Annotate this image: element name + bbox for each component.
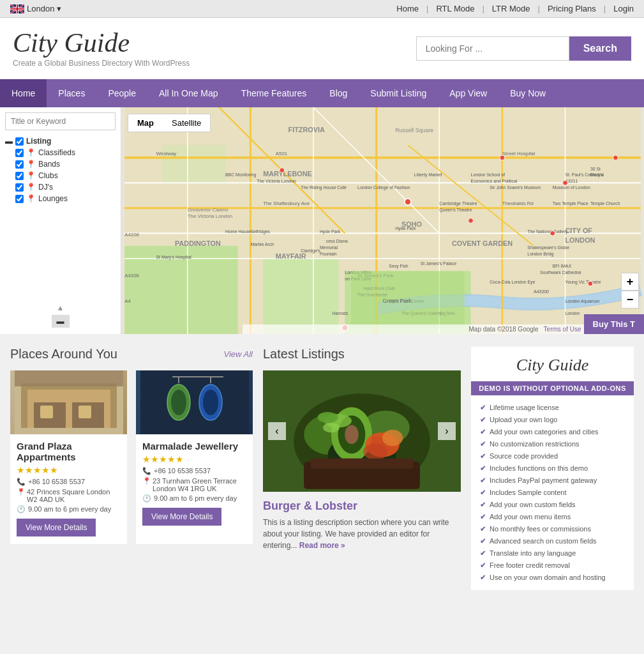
svg-point-105 — [468, 218, 474, 224]
bands-checkbox[interactable] — [15, 160, 24, 169]
nav-places[interactable]: Places — [47, 79, 96, 107]
place-hours-marmalade: 🕐 9.00 am to 6 pm every day — [142, 494, 246, 503]
buy-ribbon-button[interactable]: Buy This T — [584, 314, 644, 334]
city-guide-box: City Guide DEMO IS WITHOUT OPTIONAL ADD-… — [471, 347, 634, 590]
svg-point-123 — [171, 390, 186, 415]
terms-text[interactable]: Terms of Use — [544, 326, 581, 333]
collapse-panel[interactable]: ▬ — [52, 315, 70, 328]
search-button[interactable]: Search — [569, 36, 631, 61]
svg-text:Sexy Fish: Sexy Fish — [389, 264, 408, 269]
zoom-in-button[interactable]: + — [621, 273, 639, 291]
svg-text:London Aquarium: London Aquarium — [565, 299, 599, 304]
svg-text:Street Hospital: Street Hospital — [502, 151, 535, 156]
nav-app-view[interactable]: App View — [438, 79, 498, 107]
city-guide-box-title: City Guide — [471, 347, 634, 381]
svg-point-106 — [550, 231, 555, 236]
top-nav: Home | RTL Mode | LTR Mode | Pricing Pla… — [396, 4, 634, 13]
djs-checkbox[interactable] — [15, 183, 24, 192]
top-nav-home[interactable]: Home — [396, 4, 419, 13]
map-view-button[interactable]: Map — [128, 114, 163, 132]
zoom-out-button[interactable]: − — [621, 291, 639, 308]
feature-11: ✔No monthly fees or commissions — [480, 523, 625, 535]
svg-text:Selfridges: Selfridges — [250, 229, 270, 234]
nav-theme-features[interactable]: Theme Features — [230, 79, 318, 107]
svg-point-142 — [323, 423, 340, 432]
svg-text:The Victoria London: The Victoria London — [257, 179, 296, 183]
svg-text:Temple Church: Temple Church — [590, 201, 620, 206]
listing-image-wrap: ‹ › — [263, 370, 461, 492]
top-nav-ltr[interactable]: LTR Mode — [492, 4, 530, 13]
nav-people[interactable]: People — [96, 79, 147, 107]
places-section: Places Around You View All — [10, 347, 253, 590]
svg-text:Museum of London: Museum of London — [553, 185, 590, 190]
svg-rect-118 — [15, 370, 123, 386]
feature-5: ✔Source code provided — [480, 450, 625, 462]
collapse-icon[interactable]: ▬ — [5, 137, 13, 146]
svg-point-104 — [613, 155, 618, 160]
place-info-marmalade: Marmalade Jewellery ★★★★★ 📞 +86 10 6538 … — [136, 434, 253, 503]
nav-buy-now[interactable]: Buy Now — [498, 79, 557, 107]
location-icon: 📍 — [17, 488, 24, 496]
search-input[interactable] — [416, 36, 569, 61]
nav-submit-listing[interactable]: Submit Listing — [359, 79, 438, 107]
clubs-checkbox[interactable] — [15, 172, 24, 180]
svg-text:The National Gallery: The National Gallery — [527, 229, 567, 234]
svg-point-136 — [345, 425, 358, 444]
flag-icon — [10, 4, 24, 13]
svg-text:Southwark Cathedral: Southwark Cathedral — [540, 270, 581, 275]
nav-all-in-one-map[interactable]: All In One Map — [147, 79, 230, 107]
location-label: London — [27, 4, 54, 13]
svg-text:Theobalds Rd: Theobalds Rd — [502, 201, 534, 206]
listing-read-more[interactable]: Read more » — [299, 541, 345, 550]
lounges-checkbox[interactable] — [15, 195, 24, 203]
map-toggle: Map Satellite — [128, 114, 211, 132]
view-more-marmalade[interactable]: View More Details — [142, 508, 221, 526]
classifieds-checkbox[interactable] — [15, 149, 24, 157]
svg-point-125 — [203, 390, 218, 415]
svg-text:Marble Arch: Marble Arch — [250, 242, 274, 247]
map-container[interactable]: Map Satellite — [121, 107, 644, 334]
place-name-grand-plaza: Grand Plaza Appartments — [17, 441, 121, 462]
svg-text:Hyde Park: Hyde Park — [320, 229, 341, 234]
nav-home[interactable]: Home — [0, 79, 47, 107]
top-nav-rtl[interactable]: RTL Mode — [436, 4, 474, 13]
scroll-up[interactable]: ▲ — [52, 303, 70, 312]
listing-label: Listing — [26, 137, 51, 146]
map-section: ▬ Listing 📍 Classifieds 📍 Bands 📍 — [0, 107, 644, 334]
search-area: Search — [416, 36, 631, 61]
svg-text:Liberty Market: Liberty Market — [414, 172, 442, 178]
satellite-view-button[interactable]: Satellite — [163, 114, 210, 132]
pin-icon: 📍 — [26, 148, 36, 157]
view-more-grand-plaza[interactable]: View More Details — [17, 519, 96, 536]
places-title: Places Around You — [10, 347, 117, 361]
svg-text:A501: A501 — [276, 151, 287, 156]
svg-text:Harrods: Harrods — [333, 311, 348, 316]
svg-text:30 St: 30 St — [590, 167, 601, 171]
svg-text:Hyde Park: Hyde Park — [395, 226, 416, 231]
svg-text:Economics and Political: Economics and Political — [471, 179, 518, 183]
svg-text:cess Diana: cess Diana — [326, 239, 348, 243]
listing-next-button[interactable]: › — [438, 422, 456, 440]
feature-9: ✔Add your own custom fields — [480, 499, 625, 511]
map-sidebar: ▬ Listing 📍 Classifieds 📍 Bands 📍 — [0, 107, 121, 334]
listing-prev-button[interactable]: ‹ — [268, 422, 286, 440]
place-phone-marmalade: 📞 +86 10 6538 5537 — [142, 467, 246, 475]
svg-text:Queen's Theatre: Queen's Theatre — [439, 208, 472, 213]
location-selector[interactable]: London ▾ — [10, 4, 61, 13]
svg-text:BFI IMAX: BFI IMAX — [553, 264, 572, 268]
svg-text:London Bridg: London Bridg — [527, 252, 553, 257]
listing-name: Burger & Lobster — [263, 499, 461, 513]
map-svg: FITZROVIA Russell Square MARYLEBONE PADD… — [121, 107, 644, 334]
city-guide-features: ✔Lifetime usage license ✔Upload your own… — [471, 395, 634, 590]
map-search-input[interactable] — [5, 112, 116, 130]
feature-6: ✔Includes functions on this demo — [480, 462, 625, 475]
listing-checkbox[interactable] — [15, 137, 24, 146]
svg-text:St Mary's Hospital: St Mary's Hospital — [156, 255, 192, 260]
svg-text:A43200: A43200 — [534, 289, 549, 294]
top-nav-pricing[interactable]: Pricing Plans — [548, 4, 596, 13]
top-nav-login[interactable]: Login — [613, 4, 634, 13]
nav-blog[interactable]: Blog — [318, 79, 359, 107]
places-view-all[interactable]: View All — [223, 349, 253, 359]
svg-text:The Victoria London: The Victoria London — [188, 213, 232, 219]
pin-icon-djs: 📍 — [26, 183, 36, 192]
